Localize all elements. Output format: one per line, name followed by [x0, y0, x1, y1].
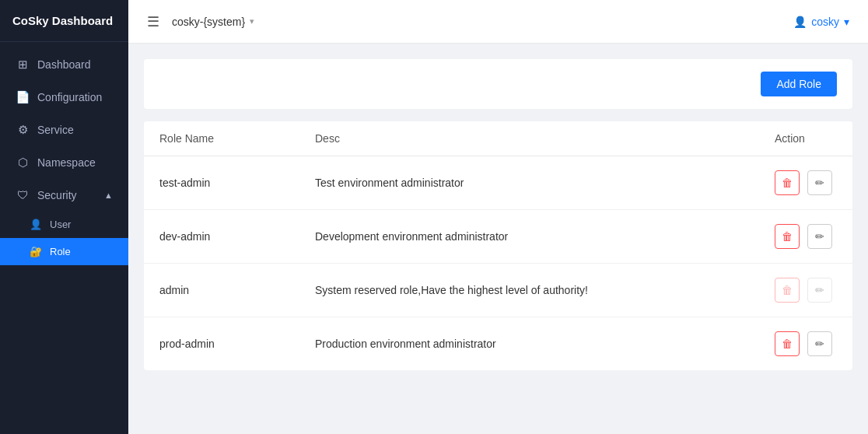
edit-role-button[interactable]: ✏ [807, 331, 832, 356]
roles-table-card: Role Name Desc Action test-adminTest env… [144, 121, 852, 370]
role-desc-cell: Test environment administrator [299, 156, 759, 210]
delete-role-button[interactable]: 🗑 [775, 170, 800, 195]
action-buttons: 🗑✏ [775, 170, 837, 195]
content-area: Add Role Role Name Desc Action test-admi… [128, 44, 868, 434]
role-action-cell: 🗑✏ [759, 264, 852, 317]
user-chevron-icon: ▾ [844, 16, 849, 28]
sidebar-nav: ⊞ Dashboard 📄 Configuration ⚙ Service ⬡ … [0, 42, 128, 271]
sidebar-item-label: Namespace [37, 156, 96, 169]
sidebar-item-security[interactable]: 🛡 Security ▲ [0, 179, 128, 211]
sidebar-item-label: Security [37, 189, 77, 201]
action-buttons: 🗑✏ [775, 224, 837, 249]
roles-table: Role Name Desc Action test-adminTest env… [144, 121, 852, 370]
breadcrumb-chevron-icon[interactable]: ▾ [250, 16, 254, 26]
table-row: test-adminTest environment administrator… [144, 156, 852, 210]
sidebar-sub-item-label: User [50, 219, 71, 230]
role-name-cell: test-admin [144, 156, 299, 210]
sidebar-item-user[interactable]: 👤 User [0, 211, 128, 238]
shield-icon: 🛡 [16, 188, 30, 201]
edit-role-button[interactable]: ✏ [807, 170, 832, 195]
sidebar-item-service[interactable]: ⚙ Service [0, 114, 128, 146]
role-name-cell: prod-admin [144, 317, 299, 371]
delete-role-button[interactable]: 🗑 [775, 224, 800, 249]
sidebar-item-label: Service [37, 124, 74, 136]
sidebar-item-namespace[interactable]: ⬡ Namespace [0, 146, 128, 179]
sidebar-item-role[interactable]: 🔐 Role [0, 238, 128, 265]
table-row: prod-adminProduction environment adminis… [144, 317, 852, 371]
username-label: cosky [811, 16, 839, 28]
sidebar: CoSky Dashboard ⊞ Dashboard 📄 Configurat… [0, 0, 128, 434]
edit-role-button[interactable]: ✏ [807, 224, 832, 249]
col-desc: Desc [299, 121, 759, 156]
sidebar-logo: CoSky Dashboard [0, 0, 128, 42]
col-action: Action [759, 121, 852, 156]
role-desc-cell: Production environment administrator [299, 317, 759, 371]
add-role-button[interactable]: Add Role [761, 72, 837, 96]
toolbar-card: Add Role [144, 59, 852, 109]
action-buttons: 🗑✏ [775, 331, 837, 356]
main-area: ☰ cosky-{system} ▾ 👤 cosky ▾ Add Role Ro… [128, 0, 868, 434]
role-action-cell: 🗑✏ [759, 210, 852, 264]
delete-role-button: 🗑 [775, 278, 800, 303]
table-row: dev-adminDevelopment environment adminis… [144, 210, 852, 264]
table-row: adminSystem reserved role,Have the highe… [144, 264, 852, 317]
role-desc-cell: Development environment administrator [299, 210, 759, 264]
role-desc-cell: System reserved role,Have the highest le… [299, 264, 759, 317]
breadcrumb-text: cosky-{system} [172, 16, 245, 28]
table-header-row: Role Name Desc Action [144, 121, 852, 156]
namespace-icon: ⬡ [16, 156, 30, 170]
user-avatar-icon: 👤 [793, 16, 807, 28]
header: ☰ cosky-{system} ▾ 👤 cosky ▾ [128, 0, 868, 44]
sidebar-toggle-icon[interactable]: ☰ [147, 13, 159, 30]
breadcrumb: cosky-{system} ▾ [172, 16, 254, 28]
user-icon: 👤 [30, 219, 42, 230]
sidebar-item-configuration[interactable]: 📄 Configuration [0, 81, 128, 114]
sidebar-sub-item-label: Role [50, 246, 71, 257]
sidebar-item-label: Configuration [37, 91, 102, 103]
edit-role-button: ✏ [807, 278, 832, 303]
role-action-cell: 🗑✏ [759, 317, 852, 371]
role-icon: 🔐 [30, 246, 42, 257]
user-menu[interactable]: 👤 cosky ▾ [793, 16, 849, 28]
role-name-cell: admin [144, 264, 299, 317]
role-name-cell: dev-admin [144, 210, 299, 264]
sidebar-item-label: Dashboard [37, 58, 91, 71]
chevron-up-icon: ▲ [104, 191, 113, 200]
col-role-name: Role Name [144, 121, 299, 156]
file-icon: 📄 [16, 90, 30, 104]
action-buttons: 🗑✏ [775, 278, 837, 303]
role-action-cell: 🗑✏ [759, 156, 852, 210]
gear-icon: ⚙ [16, 123, 30, 137]
sidebar-item-dashboard[interactable]: ⊞ Dashboard [0, 48, 128, 81]
dashboard-icon: ⊞ [16, 58, 30, 72]
delete-role-button[interactable]: 🗑 [775, 331, 800, 356]
